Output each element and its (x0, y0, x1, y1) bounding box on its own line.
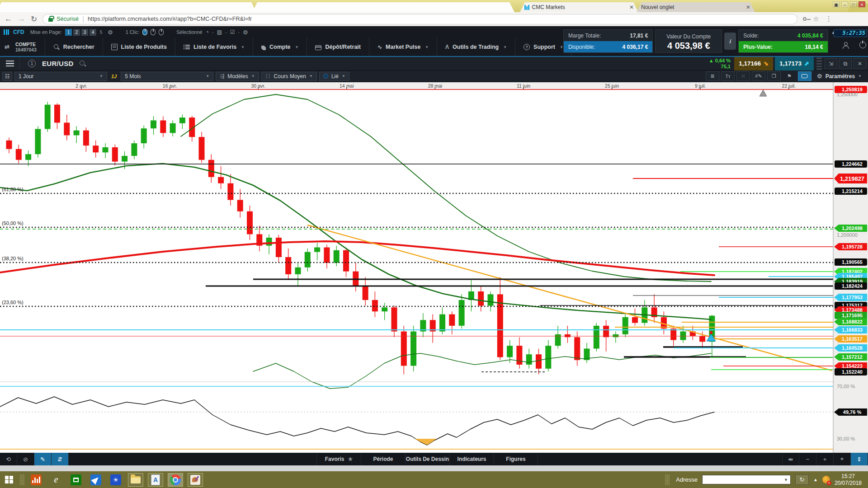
layout-page-button-3[interactable]: 3 (81, 29, 88, 36)
zoom-out-icon[interactable]: − (799, 453, 816, 465)
bottom-tab-indicateurs[interactable]: Indicateurs (449, 453, 494, 465)
bottom-tab-outils-de-dessin[interactable]: Outils De Dessin (405, 453, 449, 465)
text-tool-icon[interactable]: Tᴛ (721, 71, 735, 81)
taskbar-clock[interactable]: 15:27 20/07/2018 (835, 473, 862, 487)
window-minimize-button[interactable]: – (841, 1, 848, 7)
panel-grip[interactable] (816, 57, 822, 70)
layout-settings-gear-icon[interactable]: ⚙ (108, 29, 113, 36)
layout-page-button-1[interactable]: 1 (65, 29, 72, 36)
taskbar-app-file-explorer-icon[interactable] (128, 473, 143, 487)
collapse-panel-icon[interactable]: ⇲ (825, 58, 837, 69)
browser-tab-cmc[interactable]: CMC Markets ✕ (520, 2, 638, 12)
menu-item-liste-de-favoris[interactable]: Liste de Favoris▼ (175, 38, 253, 56)
logout-power-icon[interactable] (859, 42, 866, 48)
range-dropdown[interactable]: 5 Mois ▼ (121, 72, 213, 81)
price-label-tool-icon[interactable] (798, 71, 811, 81)
taskbar-app-wordpad-icon[interactable]: A (148, 473, 163, 487)
draw-pencil-icon[interactable]: ✎ (34, 453, 52, 465)
back-button[interactable]: ← (5, 14, 12, 23)
window-maximize-button[interactable]: □ (850, 1, 857, 7)
bottom-tab-figures[interactable]: Figures (494, 453, 538, 465)
grid-tool-icon[interactable]: ⁙ (736, 71, 750, 81)
taskbar-app-chrome-icon[interactable] (168, 473, 183, 487)
one-click-mouse-icon-2[interactable] (151, 29, 156, 35)
adresse-input[interactable]: ▼ (702, 475, 791, 484)
start-button[interactable] (0, 471, 18, 488)
alarm-icon[interactable]: ◔ (206, 29, 209, 35)
vertical-adjust-icon[interactable]: ⇵ (52, 453, 69, 465)
symbol-search-icon[interactable] (79, 60, 86, 67)
layout-page-button-4[interactable]: 4 (90, 29, 96, 36)
taskbar-app-internet-explorer-icon[interactable]: e (48, 473, 64, 487)
bookmark-star-icon[interactable]: ☆ (813, 15, 819, 23)
buy-price-button[interactable]: 1,17173 ⬈ (775, 57, 814, 70)
menu-item-depot-retrait[interactable]: Dépôt/Retrait (307, 38, 369, 56)
taskbar-app-equalizer-app-icon[interactable] (28, 473, 44, 487)
menu-item-liste-de-produits[interactable]: Liste de Produits (103, 38, 175, 56)
chart-menu-burger-icon[interactable] (0, 57, 20, 70)
taskbar-app-weather-app-icon[interactable]: ☀ (108, 473, 123, 487)
cours-moyen-dropdown[interactable]: ᎒᎒ Cours Moyen ▼ (261, 72, 317, 81)
margin-box: Marge Totale: 17,81 € Disponible: 4 036,… (563, 29, 653, 53)
window-close-button[interactable]: × (859, 1, 865, 7)
toolbar-settings-gear-icon[interactable]: ⚙ (243, 29, 248, 36)
chart-list-icon[interactable]: ☷ (2, 72, 12, 81)
lie-dropdown[interactable]: Lié ▼ (319, 72, 349, 81)
fit-horizontal-icon[interactable]: ⇹ (782, 453, 799, 465)
candle-body (141, 128, 147, 143)
bottom-tab-période[interactable]: Période (361, 453, 405, 465)
flag-tool-icon[interactable]: ⚑ (783, 71, 796, 81)
zoom-in-icon[interactable]: + (816, 453, 834, 465)
browser-tab-background-1[interactable] (0, 2, 256, 12)
one-click-mouse-icon-1[interactable] (142, 29, 147, 35)
candle-body (699, 336, 705, 342)
account-switcher[interactable]: ⇄ COMPTE 16497043 (0, 38, 45, 56)
modeles-dropdown[interactable]: ⇶ Modèles ▼ (216, 72, 259, 81)
layout-page-button-2[interactable]: 2 (73, 29, 80, 36)
window-profile-icon[interactable]: ▣ (833, 1, 840, 7)
taskbar-app-paint-icon[interactable] (188, 473, 203, 487)
menu-item-compte[interactable]: Compte▼ (253, 38, 307, 56)
taskbar-app-mail-rocket-app-icon[interactable] (88, 473, 104, 487)
sell-price-button[interactable]: 1,17166 ⬊ (734, 57, 773, 70)
bottom-tab-favoris[interactable]: Favoris★ (316, 453, 361, 465)
one-click-mouse-icon-3[interactable] (159, 29, 164, 35)
forward-button[interactable]: → (18, 14, 25, 23)
adresse-go-icon[interactable]: ↻ (795, 474, 809, 485)
popout-panel-icon[interactable]: ⧉ (839, 58, 852, 69)
refresh-button[interactable]: ↻ (31, 14, 37, 24)
fit-vertical-icon[interactable]: ⇕ (851, 453, 868, 465)
browser-tab-background-2[interactable] (252, 2, 514, 12)
period-badge[interactable]: 1J (109, 74, 118, 79)
menu-item-outils-de-trading[interactable]: ΛOutils de Trading▼ (437, 38, 515, 56)
menu-item-market-pulse[interactable]: ∿Market Pulse▼ (369, 38, 437, 56)
reset-chart-icon[interactable]: ⟲ (0, 453, 17, 465)
password-key-icon[interactable] (803, 17, 807, 21)
position-marker-dot (710, 331, 712, 334)
chevron-down-icon: ▼ (425, 45, 429, 49)
tab-close-icon[interactable]: ✕ (746, 4, 750, 10)
layers-tool-icon[interactable]: ❐ (767, 71, 781, 81)
layout-page-button-5[interactable]: 5 (98, 29, 104, 36)
hidden-icons-chevron[interactable]: ▲ (813, 477, 818, 482)
price-chart[interactable]: 2 avr.16 avr.30 avr.14 mai28 mai11 juin2… (0, 82, 868, 453)
annotate-tool-icon[interactable]: #✎ (752, 71, 765, 81)
crosshair-icon[interactable]: ⌖ (834, 453, 851, 465)
tab-close-icon[interactable]: ✕ (629, 4, 634, 10)
browser-menu-icon[interactable]: ⋮ (826, 15, 832, 23)
checkbox-icon[interactable]: ☑ (230, 29, 235, 35)
disable-drawing-icon[interactable]: ⊘ (17, 453, 34, 465)
close-panel-icon[interactable]: ✕ (854, 58, 866, 69)
parametres-button[interactable]: ⚙ Paramètres ▼ (813, 71, 865, 81)
candle-body (199, 137, 205, 160)
taskbar-app-microsoft-store-icon[interactable] (68, 473, 84, 487)
menu-item-rechercher[interactable]: Rechercher (45, 38, 103, 56)
account-info-button[interactable]: i (724, 33, 736, 50)
period-dropdown[interactable]: 1 Jour ▼ (14, 72, 107, 81)
user-profile-icon[interactable] (842, 42, 849, 48)
browser-tab-new[interactable]: Nouvel onglet ✕ (637, 2, 755, 12)
chart-mini-icon[interactable]: ▨ (217, 29, 222, 35)
antivirus-tray-icon[interactable] (822, 476, 830, 483)
url-bar[interactable]: Sécurisé | https://platform.cmcmarkets.c… (42, 14, 797, 24)
align-tool-icon[interactable]: ≣ (706, 71, 719, 81)
